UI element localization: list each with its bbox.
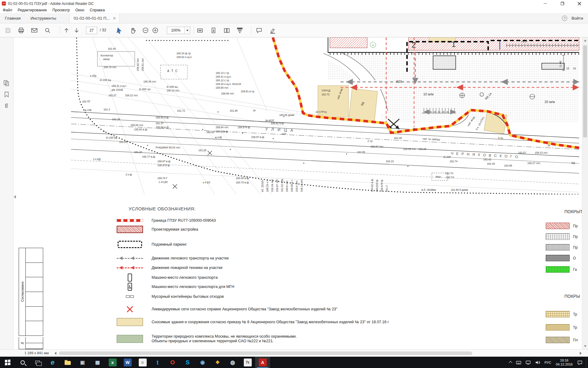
- clock[interactable]: 19:16 04.12.2016: [553, 358, 575, 366]
- drawing-label: 1: [451, 40, 456, 49]
- panel-collapse-arrow-icon[interactable]: [14, 195, 16, 199]
- zoom-out-button[interactable]: [141, 26, 149, 34]
- taskbar-search-button[interactable]: [15, 357, 30, 368]
- red-arrows-swatch: [117, 267, 143, 268]
- taskbar-start-button[interactable]: [0, 357, 15, 368]
- taskbar-7zip-icon[interactable]: 7z: [240, 357, 255, 368]
- menu-file[interactable]: Файл: [0, 8, 15, 12]
- taskbar-word-icon[interactable]: W: [120, 357, 135, 368]
- touch-keyboard-icon[interactable]: [514, 357, 523, 368]
- drawing-label: 160.50: [206, 131, 214, 134]
- taskbar-app-window-icon[interactable]: ▣: [75, 357, 90, 368]
- status-bar: 1 189 x 841 мм: [0, 349, 588, 357]
- comment-tool-button[interactable]: [255, 26, 263, 34]
- right-legend-label: Тр: [573, 312, 577, 316]
- drawing-label: 159.22 лот.: [125, 94, 138, 97]
- drawing-label: Н/Л: [282, 132, 286, 136]
- site-plan-svg: 162.40Коллекторсвязи158.79 лот.158.92 ло…: [71, 37, 579, 194]
- scroll-down-icon[interactable]: [582, 343, 588, 349]
- restore-button[interactable]: [554, 0, 571, 7]
- drawing-label: 2к: [253, 109, 256, 112]
- single-page-view-button[interactable]: [209, 26, 217, 34]
- drawing-label: А: [372, 44, 374, 47]
- drawing-label: 160.12 лот.: [167, 89, 180, 92]
- hand-tool-button[interactable]: [129, 26, 137, 34]
- page-number-input[interactable]: [86, 27, 97, 34]
- taskbar-skype-icon[interactable]: S: [180, 357, 195, 368]
- drawing-label: R20: [396, 80, 402, 83]
- tab-home[interactable]: Главная: [0, 13, 25, 23]
- drawing-label: 162.07: [108, 94, 116, 97]
- bins-swatch: [126, 295, 134, 298]
- menu-edit[interactable]: Редактирование: [15, 8, 50, 12]
- taskbar-notepad-icon[interactable]: ≡: [135, 357, 150, 368]
- sign-in-button[interactable]: Войти: [571, 16, 583, 21]
- taskbar-file-explorer-icon[interactable]: [60, 357, 75, 368]
- two-page-view-button[interactable]: [223, 26, 231, 34]
- email-button[interactable]: [30, 26, 38, 34]
- menu-window[interactable]: Окно: [73, 8, 87, 12]
- select-tool-button[interactable]: [115, 26, 123, 34]
- tray-date: 04.12.2016: [556, 362, 573, 366]
- show-desktop-button[interactable]: [586, 357, 588, 368]
- search-button[interactable]: [43, 26, 51, 34]
- taskbar-photos-icon[interactable]: ❖: [210, 357, 225, 368]
- reading-mode-button[interactable]: [236, 26, 244, 34]
- right-legend-label: Тр: [573, 325, 577, 330]
- previous-page-button[interactable]: [62, 26, 70, 34]
- drawing-label: 15: [566, 67, 569, 70]
- taskbar-excel-icon[interactable]: x: [105, 357, 120, 368]
- drawing-label: 161.3: [104, 108, 110, 111]
- zoom-dropdown-icon[interactable]: [184, 27, 190, 34]
- taskbar-app-round-icon[interactable]: ◉: [195, 357, 210, 368]
- drawing-label: 159.578 ф.: [238, 126, 251, 129]
- zoom-level-select[interactable]: 100%: [167, 27, 190, 34]
- drawing-label: 158.92 лот.: [136, 58, 139, 71]
- taskbar-edge-icon[interactable]: e: [45, 357, 60, 368]
- drawing-label: 2 к БД: [93, 158, 101, 161]
- drawing-label: 162.74: [446, 176, 454, 179]
- action-center-icon[interactable]: [575, 357, 585, 368]
- minimize-button[interactable]: [537, 0, 554, 7]
- scrolling-mode-button[interactable]: [196, 26, 204, 34]
- scroll-right-icon[interactable]: [580, 352, 582, 355]
- taskbar-steam-icon[interactable]: ◍: [225, 357, 240, 368]
- taskbar-acrobat-icon[interactable]: A: [255, 357, 270, 368]
- document-tab-close-icon[interactable]: [113, 17, 116, 20]
- tab-document[interactable]: 01-02-00-01-01 П...: [69, 13, 120, 23]
- drawing-label: 162.68: [504, 164, 512, 167]
- next-page-button[interactable]: [73, 26, 81, 34]
- attachments-button[interactable]: [3, 102, 10, 110]
- right-legend-swatch: [546, 233, 570, 240]
- print-button[interactable]: [17, 26, 25, 34]
- page-thumbnails-button[interactable]: [3, 80, 10, 87]
- drawing-label: 161.52 в.ф.: [281, 178, 284, 192]
- scroll-up-icon[interactable]: [582, 37, 588, 44]
- vertical-scrollbar[interactable]: [582, 37, 588, 349]
- taskbar-task-view-button[interactable]: [30, 357, 45, 368]
- tab-tools[interactable]: Инструменты: [25, 13, 61, 23]
- scroll-left-icon[interactable]: [55, 352, 56, 355]
- right-legend-swatch: [546, 311, 570, 317]
- taskbar-opera-icon[interactable]: O: [165, 357, 180, 368]
- taskbar-calculator-icon[interactable]: ▦: [90, 357, 105, 368]
- menu-help[interactable]: Справка: [87, 8, 107, 12]
- zoom-in-button[interactable]: [151, 26, 159, 34]
- save-button[interactable]: [4, 26, 12, 34]
- bookmarks-button[interactable]: [3, 91, 10, 98]
- volume-icon[interactable]: [533, 357, 542, 368]
- horizontal-scrollbar-thumb[interactable]: [59, 351, 472, 355]
- close-button[interactable]: [571, 0, 588, 7]
- tray-expand-icon[interactable]: [507, 357, 514, 368]
- taskbar-twitter-icon[interactable]: t: [150, 357, 165, 368]
- highlight-tool-button[interactable]: [269, 26, 277, 34]
- drawing-label: 158.82 в.ф.: [271, 122, 285, 125]
- menu-view[interactable]: Просмотр: [50, 8, 73, 12]
- network-icon[interactable]: [523, 357, 533, 368]
- drawing-label: 158.96 лот.: [221, 92, 234, 95]
- vertical-scrollbar-thumb[interactable]: [583, 45, 587, 137]
- page-count-label: / 32: [100, 28, 106, 32]
- language-indicator[interactable]: РУС: [542, 357, 553, 368]
- right-legend-label: О: [573, 256, 576, 260]
- help-icon[interactable]: ?: [562, 16, 567, 21]
